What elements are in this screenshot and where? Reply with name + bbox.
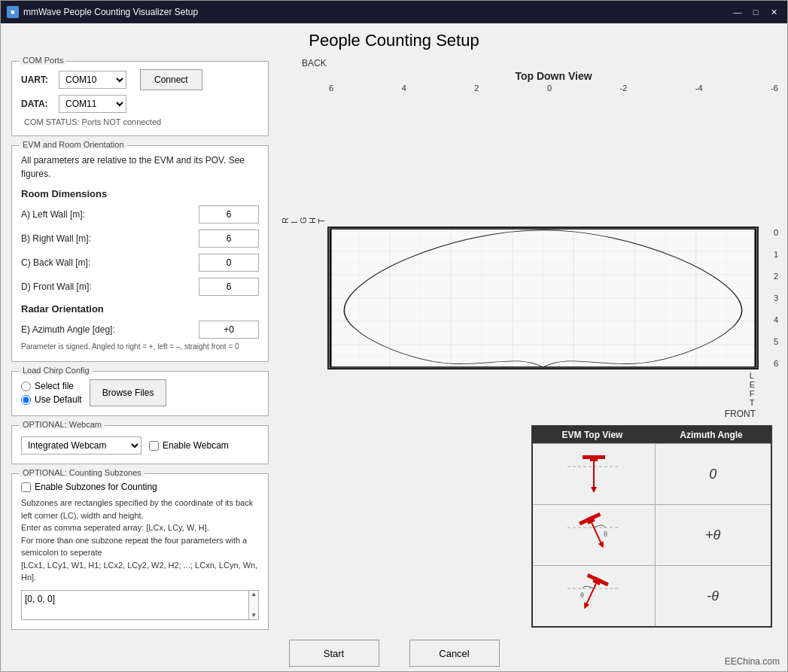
minimize-button[interactable]: — (730, 5, 745, 20)
diagram-row-plus: θ +θ (533, 504, 771, 565)
y-label-2: 2 (760, 272, 778, 281)
chirp-group: Load Chirp Config Select file Use Defaul… (11, 371, 269, 416)
subzones-group: OPTIONAL: Counting Subzones Enable Subzo… (11, 473, 269, 630)
webcam-group-title: OPTIONAL: Webcam (20, 420, 105, 429)
subzone-scrollbar[interactable]: ▲ ▼ (248, 590, 259, 620)
diagram-angle-minus-label: -θ (707, 588, 719, 604)
diagram-evm-plus: θ (533, 505, 656, 565)
param-row-a: A) Left Wall [m]: (21, 205, 259, 223)
close-button[interactable]: ✕ (766, 5, 781, 20)
svg-text:θ: θ (604, 531, 607, 538)
radio-group: Select file Use Default (21, 381, 82, 405)
select-file-radio[interactable]: Select file (21, 381, 82, 391)
svg-marker-34 (598, 541, 606, 549)
select-file-label: Select file (35, 381, 74, 391)
right-panel: BACK RIGHT Top Down View 6 4 2 0 (279, 53, 787, 632)
svg-rect-27 (583, 455, 605, 459)
enable-webcam-checkbox-label[interactable]: Enable Webcam (149, 440, 229, 451)
right-label: RIGHT (279, 70, 327, 369)
select-file-radio-input[interactable] (21, 382, 31, 391)
enable-webcam-checkbox[interactable] (149, 441, 159, 451)
branding-label: EEChina.com (725, 656, 780, 667)
maximize-button[interactable]: □ (748, 5, 763, 20)
y-label-6: 6 (760, 359, 778, 368)
param-row-b: B) Right Wall [m]: (21, 230, 259, 248)
evm-diagram-minus: θ (564, 573, 624, 619)
param-input-d[interactable] (199, 278, 259, 296)
room-dimensions-label: Room Dimensions (21, 188, 259, 199)
chart-area: Top Down View 6 4 2 0 -2 -4 -6 (327, 70, 780, 369)
x-label-6: 6 (329, 84, 333, 227)
webcam-group: OPTIONAL: Webcam Integrated Webcam Exter… (11, 425, 269, 464)
connect-button[interactable]: Connect (140, 69, 202, 90)
x-label-n6: -6 (771, 84, 778, 227)
y-label-0: 0 (760, 228, 778, 237)
radar-label: Radar Orientation (21, 303, 259, 315)
azimuth-hint: Parameter is signed. Angled to right = +… (21, 342, 259, 352)
azimuth-input[interactable] (199, 321, 259, 339)
uart-label: UART: (21, 74, 59, 85)
window-title: mmWave People Counting Visualizer Setup (23, 7, 730, 17)
subzone-textarea-wrap: [0, 0, 0] ▲ ▼ (21, 590, 259, 620)
browse-files-button[interactable]: Browse Files (90, 379, 167, 406)
evm-diagram-plus: θ (564, 512, 624, 558)
svg-marker-40 (581, 602, 589, 610)
start-button[interactable]: Start (289, 640, 379, 667)
scroll-down-arrow[interactable]: ▼ (251, 613, 257, 619)
y-label-5: 5 (760, 337, 778, 346)
param-label-d: D) Front Wall [m]: (21, 281, 199, 292)
subzone-desc: Subzones are rectangles specified by the… (21, 497, 259, 584)
diagram-evm-0 (533, 444, 656, 504)
chirp-inner: Select file Use Default Browse Files (21, 379, 259, 406)
evm-diagram-0 (564, 452, 624, 497)
y-axis-labels: 0 1 2 3 4 5 6 (759, 227, 780, 369)
subzone-desc4: [LCx1, LCy1, W1, H1; LCx2, LCy2, W2, H2;… (21, 561, 257, 582)
cancel-button[interactable]: Cancel (409, 640, 500, 667)
param-input-a[interactable] (199, 205, 259, 223)
enable-subzones-label[interactable]: Enable Subzones for Counting (21, 482, 259, 492)
x-axis-labels: 6 4 2 0 -2 -4 -6 (327, 84, 780, 227)
diagram-angle-0-label: 0 (709, 467, 717, 482)
diagram-table: EVM Top View Azimuth Angle (531, 425, 772, 628)
uart-select[interactable]: COM10 COM11 (59, 71, 126, 89)
chart-wrapper: RIGHT Top Down View 6 4 2 0 -2 -4 (279, 70, 780, 369)
bottom-buttons: Start Cancel (1, 632, 787, 671)
param-input-c[interactable] (199, 254, 259, 272)
x-label-2: 2 (474, 84, 479, 227)
chart-canvas (327, 227, 759, 369)
titlebar: ■ mmWave People Counting Visualizer Setu… (1, 1, 787, 23)
diagram-area: EVM Top View Azimuth Angle (279, 425, 780, 628)
svg-text:θ: θ (580, 591, 584, 599)
chart-title: Top Down View (327, 70, 780, 82)
com-ports-group: COM Ports UART: COM10 COM11 Connect DATA… (11, 61, 269, 136)
subzone-desc1: Subzones are rectangles specified by the… (21, 498, 253, 520)
param-input-b[interactable] (199, 230, 259, 248)
diagram-header-azimuth: Azimuth Angle (652, 427, 771, 443)
app-icon: ■ (7, 6, 19, 18)
data-label: DATA: (21, 99, 59, 109)
evm-group-title: EVM and Room Orientation (20, 140, 127, 149)
scroll-up-arrow[interactable]: ▲ (251, 591, 257, 598)
x-label-n2: -2 (620, 84, 628, 227)
enable-subzones-checkbox[interactable] (21, 482, 31, 492)
data-select[interactable]: COM11 COM10 (59, 95, 126, 113)
subzones-group-title: OPTIONAL: Counting Subzones (20, 468, 145, 477)
page-title: People Counting Setup (1, 23, 787, 53)
param-label-c: C) Back Wall [m]: (21, 257, 199, 268)
left-label: LEFT (750, 371, 756, 407)
front-label: FRONT (279, 409, 756, 419)
use-default-radio[interactable]: Use Default (21, 394, 82, 405)
webcam-inner: Integrated Webcam External Webcam Enable… (21, 433, 259, 455)
use-default-radio-input[interactable] (21, 395, 31, 405)
param-row-d: D) Front Wall [m]: (21, 278, 259, 296)
diagram-angle-0: 0 (656, 444, 771, 504)
webcam-select[interactable]: Integrated Webcam External Webcam (21, 436, 141, 455)
enable-subzones-text: Enable Subzones for Counting (35, 482, 157, 492)
y-label-1: 1 (760, 250, 778, 259)
svg-marker-29 (591, 487, 597, 493)
evm-group: EVM and Room Orientation All parameters … (11, 145, 269, 362)
subzone-textarea[interactable]: [0, 0, 0] (21, 590, 249, 620)
uart-row: UART: COM10 COM11 Connect (21, 69, 259, 90)
subzone-desc3: For more than one subzone repeat the fou… (21, 536, 247, 558)
param-label-b: B) Right Wall [m]: (21, 233, 199, 244)
